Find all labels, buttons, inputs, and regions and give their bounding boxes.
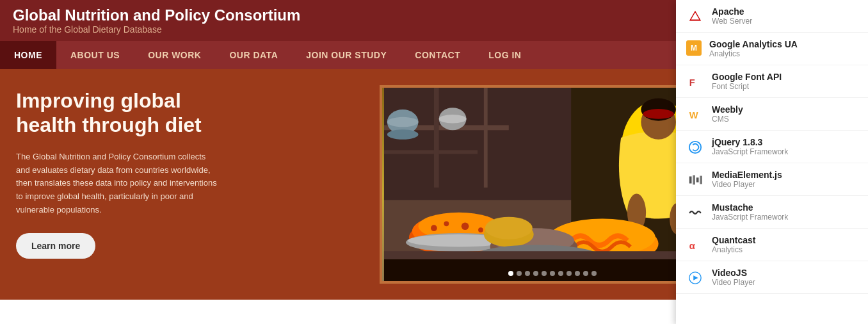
jquery-category: JavaScript Framework <box>712 147 788 156</box>
jquery-text: jQuery 1.8.3 JavaScript Framework <box>712 137 788 156</box>
apache-text: Apache Web Server <box>712 6 752 26</box>
google-analytics-name: Google Analytics UA <box>709 39 798 49</box>
site-subtitle: Home of the Global Dietary Database <box>13 24 300 35</box>
apache-icon <box>686 8 704 26</box>
carousel-dot[interactable] <box>591 271 597 276</box>
jquery-icon <box>686 138 704 156</box>
svg-rect-4 <box>434 88 439 188</box>
svg-rect-5 <box>484 88 488 188</box>
videojs-text: VideoJS Video Player <box>712 268 755 287</box>
quantcast-name: Quantcast <box>712 235 755 245</box>
google-font-category: Font Script <box>712 82 782 91</box>
svg-point-22 <box>444 221 449 226</box>
svg-point-10 <box>439 115 467 124</box>
google-font-text: Google Font API Font Script <box>712 72 782 91</box>
svg-point-23 <box>462 222 469 230</box>
svg-rect-3 <box>384 150 478 154</box>
mustache-name: Mustache <box>712 202 788 213</box>
nav-join-study[interactable]: JOIN OUR STUDY <box>292 41 401 69</box>
hero-title: Improving global health through diet <box>16 88 221 138</box>
carousel-dot[interactable] <box>542 271 547 276</box>
mustache-icon <box>686 204 704 222</box>
svg-rect-41 <box>696 177 699 182</box>
videojs-icon <box>686 269 704 287</box>
carousel-dots <box>508 271 597 276</box>
svg-rect-35 <box>384 251 721 259</box>
svg-point-17 <box>643 109 674 119</box>
site-title: Global Nutrition and Policy Consortium <box>13 6 300 24</box>
carousel-dot[interactable] <box>567 271 572 276</box>
tech-apache[interactable]: Apache Web Server <box>676 0 868 33</box>
mediaelement-name: MediaElement.js <box>712 170 782 180</box>
svg-rect-42 <box>700 176 702 184</box>
market-image <box>382 88 723 281</box>
weebly-category: CMS <box>712 115 743 124</box>
svg-rect-40 <box>693 175 695 185</box>
google-font-icon: F <box>686 73 704 91</box>
weebly-name: Weebly <box>712 104 743 115</box>
weebly-icon: W <box>686 106 704 124</box>
hero-description: The Global Nutrition and Policy Consorti… <box>16 150 221 217</box>
tech-google-analytics[interactable]: M Google Analytics UA Analytics <box>676 33 868 65</box>
carousel-dot[interactable] <box>533 271 538 276</box>
svg-rect-34 <box>384 259 721 281</box>
carousel-dot[interactable] <box>517 271 522 276</box>
svg-text:α: α <box>689 241 695 251</box>
tech-weebly[interactable]: W Weebly CMS <box>676 98 868 131</box>
carousel-dot[interactable] <box>550 271 555 276</box>
hero-panel: Improving global health through diet The… <box>0 69 237 300</box>
mediaelement-text: MediaElement.js Video Player <box>712 170 782 189</box>
apache-name: Apache <box>712 6 752 17</box>
header-left: Global Nutrition and Policy Consortium H… <box>13 6 300 35</box>
tech-quantcast[interactable]: α Quantcast Analytics <box>676 229 868 261</box>
tech-stack-panel: Apache Web Server M Google Analytics UA … <box>676 0 868 324</box>
svg-point-24 <box>478 227 483 232</box>
svg-rect-39 <box>689 177 692 184</box>
svg-text:F: F <box>689 77 695 88</box>
nav-our-data[interactable]: OUR DATA <box>215 41 292 69</box>
carousel-dot[interactable] <box>558 271 563 276</box>
videojs-category: Video Player <box>712 278 755 287</box>
mustache-text: Mustache JavaScript Framework <box>712 202 788 222</box>
quantcast-text: Quantcast Analytics <box>712 235 755 254</box>
svg-point-8 <box>387 129 419 140</box>
carousel-dot[interactable] <box>508 271 513 276</box>
carousel-dot[interactable] <box>525 271 530 276</box>
tech-jquery[interactable]: jQuery 1.8.3 JavaScript Framework <box>676 131 868 163</box>
svg-point-7 <box>387 117 419 127</box>
svg-point-32 <box>485 217 533 239</box>
google-font-name: Google Font API <box>712 72 782 82</box>
google-analytics-icon: M <box>686 40 702 56</box>
hero-image-frame <box>380 85 725 284</box>
weebly-text: Weebly CMS <box>712 104 743 124</box>
mediaelement-icon <box>686 171 704 189</box>
carousel-dot[interactable] <box>575 271 580 276</box>
svg-marker-45 <box>693 275 698 280</box>
videojs-name: VideoJS <box>712 268 755 278</box>
quantcast-category: Analytics <box>712 245 755 254</box>
carousel-dot[interactable] <box>583 271 588 276</box>
nav-log-in[interactable]: LOG IN <box>474 41 535 69</box>
tech-mediaelement[interactable]: MediaElement.js Video Player <box>676 163 868 196</box>
svg-text:W: W <box>689 110 698 120</box>
tech-mustache[interactable]: Mustache JavaScript Framework <box>676 196 868 229</box>
apache-category: Web Server <box>712 17 752 26</box>
google-analytics-category: Analytics <box>709 49 798 58</box>
nav-contact[interactable]: CONTACT <box>401 41 474 69</box>
quantcast-icon: α <box>686 236 704 254</box>
svg-point-21 <box>431 225 437 231</box>
jquery-name: jQuery 1.8.3 <box>712 137 788 147</box>
tech-google-font[interactable]: F Google Font API Font Script <box>676 65 868 98</box>
learn-more-button[interactable]: Learn more <box>16 233 95 259</box>
mustache-category: JavaScript Framework <box>712 213 788 222</box>
nav-about[interactable]: ABOUT US <box>56 41 134 69</box>
mediaelement-category: Video Player <box>712 180 782 189</box>
tech-videojs[interactable]: VideoJS Video Player <box>676 261 868 294</box>
nav-home[interactable]: HOME <box>0 41 56 69</box>
nav-our-work[interactable]: OUR WORK <box>134 41 215 69</box>
google-analytics-text: Google Analytics UA Analytics <box>709 39 798 58</box>
